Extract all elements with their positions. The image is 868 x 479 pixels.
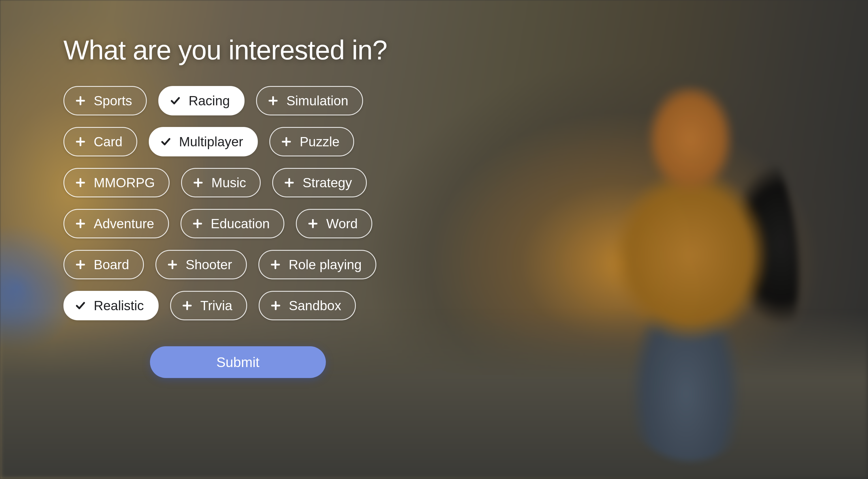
chip-label: Shooter [186,257,232,272]
chip-label: Music [211,175,246,190]
chip-label: Realistic [94,298,144,313]
plus-icon [167,259,178,270]
chip-role-playing[interactable]: Role playing [258,250,376,279]
chip-label: Multiplayer [179,134,243,149]
chip-label: Role playing [289,257,362,272]
check-icon [75,300,86,311]
chip-puzzle[interactable]: Puzzle [269,127,354,156]
chip-row: AdventureEducationWord [63,209,525,238]
chip-label: Strategy [303,175,352,190]
plus-icon [270,300,281,311]
chip-strategy[interactable]: Strategy [272,168,367,198]
interest-picker-overlay: What are you interested in? SportsRacing… [0,0,525,378]
submit-button[interactable]: Submit [150,346,326,378]
plus-icon [75,177,86,188]
chip-music[interactable]: Music [181,168,261,198]
chip-label: Sports [94,93,132,109]
chip-label: Education [211,216,270,232]
chip-sports[interactable]: Sports [63,86,147,115]
chip-word[interactable]: Word [296,209,372,238]
chip-label: Trivia [200,298,232,313]
plus-icon [283,177,295,188]
chip-racing[interactable]: Racing [158,86,245,115]
chip-sandbox[interactable]: Sandbox [259,291,356,320]
chip-label: Puzzle [300,134,339,149]
chip-trivia[interactable]: Trivia [170,291,247,320]
chip-label: Simulation [286,93,348,109]
plus-icon [192,177,204,188]
page-title: What are you interested in? [63,35,525,66]
chip-label: Card [94,134,123,149]
plus-icon [281,136,292,147]
plus-icon [192,218,203,230]
chip-grid: SportsRacingSimulationCardMultiplayerPuz… [63,86,525,320]
chip-row: RealisticTriviaSandbox [63,291,525,320]
chip-row: MMORPGMusicStrategy [63,168,525,198]
chip-adventure[interactable]: Adventure [63,209,169,238]
chip-multiplayer[interactable]: Multiplayer [149,127,258,156]
chip-row: BoardShooterRole playing [63,250,525,279]
plus-icon [181,300,193,311]
submit-wrap: Submit [150,346,525,378]
chip-label: Racing [189,93,230,109]
check-icon [160,136,172,147]
chip-simulation[interactable]: Simulation [256,86,363,115]
plus-icon [270,259,281,270]
chip-realistic[interactable]: Realistic [63,291,159,320]
chip-board[interactable]: Board [63,250,144,279]
chip-label: Adventure [94,216,154,232]
chip-label: Sandbox [289,298,341,313]
chip-label: Word [326,216,358,232]
chip-label: MMORPG [94,175,155,190]
plus-icon [75,218,86,230]
chip-card[interactable]: Card [63,127,137,156]
chip-shooter[interactable]: Shooter [155,250,247,279]
chip-label: Board [94,257,129,272]
chip-education[interactable]: Education [181,209,285,238]
check-icon [169,95,181,107]
chip-row: CardMultiplayerPuzzle [63,127,525,156]
chip-mmorpg[interactable]: MMORPG [63,168,169,198]
plus-icon [307,218,319,230]
plus-icon [75,95,86,107]
plus-icon [75,136,86,147]
chip-row: SportsRacingSimulation [63,86,525,115]
plus-icon [267,95,279,107]
plus-icon [75,259,86,270]
